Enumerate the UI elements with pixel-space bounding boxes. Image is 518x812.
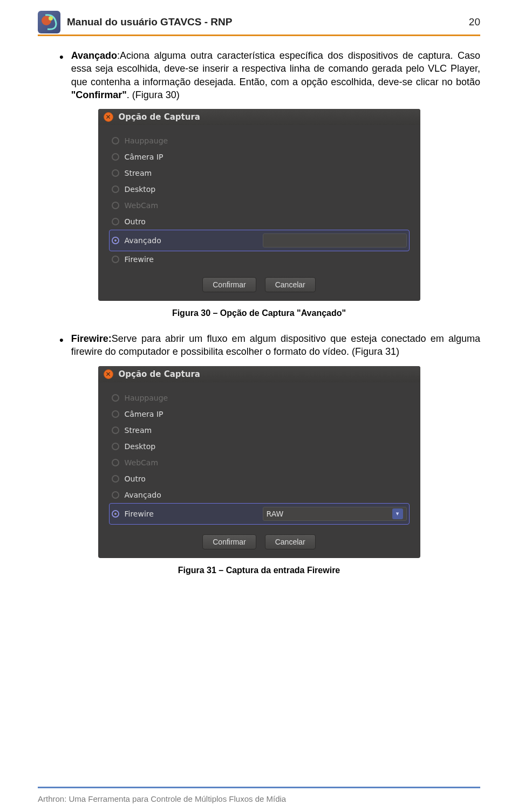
- radio-option-hauppauge[interactable]: Hauppauge: [109, 390, 410, 406]
- radio-option-webcam[interactable]: WebCam: [109, 197, 410, 214]
- radio-icon[interactable]: [112, 426, 119, 434]
- logo-icon: [38, 11, 60, 33]
- page-number: 20: [469, 16, 480, 28]
- radio-label: Avançado: [125, 236, 161, 245]
- radio-icon[interactable]: [112, 237, 119, 244]
- bullet-paragraph-firewire: • Firewire:Serve para abrir um fluxo em …: [59, 332, 480, 359]
- radio-label: Câmera IP: [125, 410, 163, 418]
- confirm-button[interactable]: Confirmar: [202, 534, 256, 549]
- radio-icon[interactable]: [112, 443, 119, 450]
- radio-option-webcam[interactable]: WebCam: [109, 455, 410, 471]
- radio-label: Desktop: [125, 185, 156, 194]
- dialog1-title: Opção de Captura: [119, 112, 200, 122]
- chevron-down-icon[interactable]: ▾: [392, 508, 403, 519]
- radio-icon[interactable]: [112, 491, 119, 499]
- radio-icon[interactable]: [112, 169, 119, 177]
- bullet-icon: •: [59, 51, 64, 63]
- radio-option-stream[interactable]: Stream: [109, 422, 410, 438]
- page-header: Manual do usuário GTAVCS - RNP 20: [38, 11, 480, 33]
- para1-rest1: :Aciona alguma outra característica espe…: [71, 50, 480, 87]
- radio-label: Hauppauge: [125, 394, 168, 402]
- radio-icon[interactable]: [112, 202, 119, 209]
- advanced-command-input[interactable]: [263, 233, 407, 247]
- radio-icon[interactable]: [112, 459, 119, 466]
- radio-option-outro[interactable]: Outro: [109, 471, 410, 487]
- radio-label: Desktop: [125, 442, 156, 451]
- figure-31-caption: Figura 31 – Captura da entrada Firewire: [38, 566, 480, 575]
- radio-option-avançado[interactable]: Avançado: [109, 230, 410, 251]
- radio-icon[interactable]: [112, 475, 119, 483]
- cancel-button[interactable]: Cancelar: [265, 534, 316, 549]
- para1-rest2: . (Figura 30): [127, 90, 180, 100]
- para1-mid: "Confirmar": [71, 90, 127, 100]
- figure-30-caption: Figura 30 – Opção de Captura "Avançado": [38, 308, 480, 318]
- select-value: RAW: [267, 510, 284, 518]
- radio-option-stream[interactable]: Stream: [109, 165, 410, 181]
- radio-label: Firewire: [125, 255, 154, 264]
- radio-icon[interactable]: [112, 137, 119, 144]
- radio-icon[interactable]: [112, 410, 119, 418]
- dialog1-titlebar: ✕ Opção de Captura: [98, 109, 420, 125]
- dialog2-title: Opção de Captura: [119, 369, 200, 379]
- radio-label: Câmera IP: [125, 153, 163, 161]
- radio-option-câmera-ip[interactable]: Câmera IP: [109, 149, 410, 165]
- cancel-button[interactable]: Cancelar: [265, 277, 316, 292]
- radio-icon[interactable]: [112, 394, 119, 402]
- capture-dialog-2: ✕ Opção de Captura HauppaugeCâmera IPStr…: [98, 366, 420, 558]
- radio-icon[interactable]: [112, 510, 119, 518]
- radio-label: Stream: [125, 426, 152, 435]
- radio-option-desktop[interactable]: Desktop: [109, 438, 410, 455]
- confirm-button[interactable]: Confirmar: [202, 277, 256, 292]
- radio-label: WebCam: [125, 458, 159, 467]
- bullet-paragraph-avancado: • Avançado:Aciona alguma outra caracterí…: [59, 49, 480, 101]
- radio-label: Avançado: [125, 491, 161, 499]
- radio-label: WebCam: [125, 201, 159, 210]
- close-icon[interactable]: ✕: [104, 369, 113, 379]
- radio-option-avançado[interactable]: Avançado: [109, 487, 410, 503]
- radio-icon[interactable]: [112, 218, 119, 225]
- radio-label: Outro: [125, 217, 146, 226]
- radio-option-outro[interactable]: Outro: [109, 214, 410, 230]
- radio-icon[interactable]: [112, 185, 119, 193]
- radio-option-hauppauge[interactable]: Hauppauge: [109, 133, 410, 149]
- radio-label: Outro: [125, 474, 146, 483]
- footer-rule: [38, 787, 480, 788]
- dialog2-body: HauppaugeCâmera IPStreamDesktopWebCamOut…: [98, 382, 420, 558]
- radio-label: Hauppauge: [125, 136, 168, 145]
- radio-option-câmera-ip[interactable]: Câmera IP: [109, 406, 410, 422]
- radio-label: Firewire: [125, 510, 154, 518]
- bullet-icon: •: [59, 334, 64, 346]
- radio-icon[interactable]: [112, 256, 119, 263]
- para1-lead: Avançado: [71, 50, 117, 61]
- header-rule: [38, 35, 480, 36]
- radio-option-desktop[interactable]: Desktop: [109, 181, 410, 197]
- footer-text: Arthron: Uma Ferramenta para Controle de…: [38, 794, 286, 803]
- radio-label: Stream: [125, 169, 152, 177]
- radio-icon[interactable]: [112, 153, 119, 161]
- para2-lead: Firewire:: [71, 333, 112, 344]
- dialog1-body: HauppaugeCâmera IPStreamDesktopWebCamOut…: [98, 125, 420, 301]
- svg-point-1: [49, 16, 53, 20]
- radio-option-firewire[interactable]: FirewireRAW▾: [109, 503, 410, 525]
- dialog2-titlebar: ✕ Opção de Captura: [98, 366, 420, 382]
- capture-dialog-1: ✕ Opção de Captura HauppaugeCâmera IPStr…: [98, 109, 420, 301]
- para2-rest1: Serve para abrir um fluxo em algum dispo…: [71, 333, 480, 357]
- firewire-format-select[interactable]: RAW▾: [263, 507, 407, 521]
- close-icon[interactable]: ✕: [104, 112, 113, 122]
- radio-option-firewire[interactable]: Firewire: [109, 251, 410, 267]
- header-title: Manual do usuário GTAVCS - RNP: [67, 16, 462, 28]
